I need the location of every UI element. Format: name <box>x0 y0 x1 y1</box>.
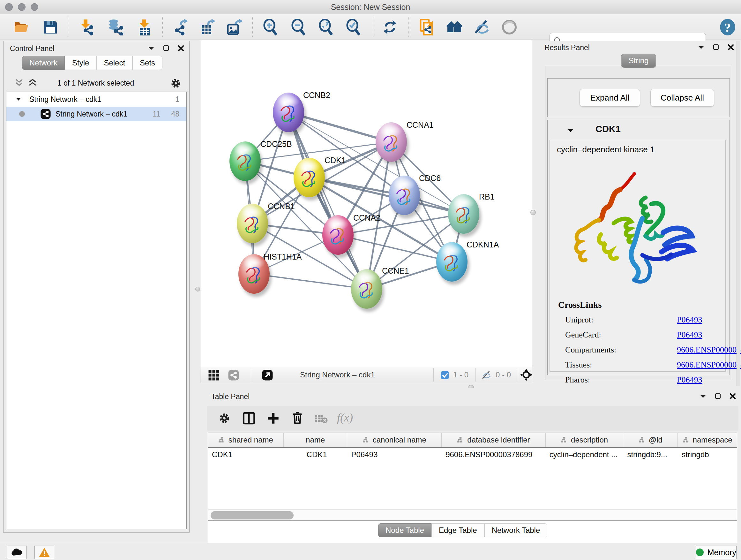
grid-view-icon[interactable] <box>208 369 219 381</box>
network-share-icon <box>40 109 51 119</box>
refresh-icon[interactable] <box>382 19 398 36</box>
hide-selected-icon[interactable] <box>474 19 490 36</box>
float-table-icon[interactable] <box>699 394 706 398</box>
results-panel: Results Panel String Expand All Collapse… <box>536 41 741 387</box>
network-node-ccnb2[interactable] <box>273 92 304 132</box>
crosslink-link[interactable]: P06493 <box>677 375 702 385</box>
select-columns-icon[interactable] <box>243 412 255 425</box>
network-node-label: CCNA2 <box>353 213 381 223</box>
network-node-cdkn1a[interactable] <box>436 242 468 282</box>
help-icon[interactable]: ? <box>719 18 735 35</box>
maximize-panel-icon[interactable] <box>163 45 170 51</box>
network-node-ccnb1[interactable] <box>237 204 268 243</box>
control-panel-tabs: NetworkStyleSelectSets <box>22 56 162 70</box>
left-splitter-handle[interactable] <box>195 287 200 292</box>
export-network-icon[interactable] <box>172 19 189 36</box>
tree-expand-icon[interactable] <box>15 97 22 102</box>
hidden-counts: 0 - 0 <box>495 370 511 379</box>
add-column-icon[interactable] <box>267 412 280 425</box>
delete-table-icon[interactable] <box>315 414 328 424</box>
show-all-networks-icon[interactable] <box>446 19 463 36</box>
control-panel-title: Control Panel <box>10 44 54 53</box>
collapse-all-button[interactable]: Collapse All <box>650 89 714 107</box>
tab-style[interactable]: Style <box>65 56 96 70</box>
network-view-share-icon[interactable] <box>228 369 239 381</box>
column-header[interactable]: canonical name <box>347 433 442 447</box>
network-collection-row[interactable]: String Network – cdk1 1 <box>6 92 186 107</box>
network-canvas[interactable]: CCNB2 CCNA1 CDC25B CDK1 CDC6 RB1 <box>200 40 532 366</box>
tab-network-table[interactable]: Network Table <box>484 523 548 537</box>
table-row[interactable]: CDK1 CDK1 P06493 9606.ENSP00000378699 cy… <box>208 448 737 462</box>
tab-select[interactable]: Select <box>96 56 132 70</box>
tab-sets[interactable]: Sets <box>132 56 162 70</box>
import-network-database-icon[interactable] <box>107 19 124 36</box>
open-in-new-icon[interactable] <box>262 369 273 381</box>
network-node-label: RB1 <box>479 192 495 201</box>
network-edge[interactable] <box>254 274 367 289</box>
export-image-icon[interactable] <box>226 19 243 36</box>
zoom-in-icon[interactable] <box>262 19 279 36</box>
column-header[interactable]: database identifier <box>442 433 546 447</box>
function-builder-icon[interactable]: f(x) <box>337 411 353 424</box>
gear-icon[interactable] <box>170 78 182 89</box>
network-row-selected[interactable]: String Network – cdk1 11 48 <box>6 107 186 121</box>
delete-column-icon[interactable] <box>291 411 304 425</box>
close-panel-icon[interactable] <box>178 45 184 51</box>
network-node-rb1[interactable] <box>448 194 479 234</box>
network-tree: String Network – cdk1 1 String Network –… <box>6 91 187 529</box>
network-node-ccna1[interactable] <box>376 122 407 162</box>
results-scrollbar[interactable] <box>737 41 740 386</box>
hidden-eye-icon[interactable] <box>481 370 491 380</box>
export-table-icon[interactable] <box>199 19 216 36</box>
maximize-table-icon[interactable] <box>715 393 721 399</box>
tab-node-table[interactable]: Node Table <box>378 523 431 537</box>
tab-edge-table[interactable]: Edge Table <box>431 523 484 537</box>
expand-all-button[interactable]: Expand All <box>580 89 640 107</box>
zoom-fit-icon[interactable] <box>318 19 334 36</box>
network-node-cdk1[interactable] <box>293 158 325 197</box>
show-selected-icon[interactable] <box>501 19 518 36</box>
column-header[interactable]: name <box>284 433 347 447</box>
network-node-ccna2[interactable] <box>322 215 354 255</box>
open-file-icon[interactable] <box>13 19 30 36</box>
float-panel-icon[interactable] <box>148 46 155 51</box>
crosslink-link[interactable]: P06493 <box>677 315 702 325</box>
cloud-button[interactable] <box>7 546 27 559</box>
warning-icon <box>39 547 50 557</box>
save-session-icon[interactable] <box>42 19 59 36</box>
table-hscroll-thumb[interactable] <box>211 511 293 519</box>
right-splitter-handle[interactable] <box>530 210 536 215</box>
maximize-results-icon[interactable] <box>713 44 719 51</box>
column-header[interactable]: description <box>546 433 623 447</box>
network-node-ccne1[interactable] <box>351 269 382 309</box>
network-node-cdc6[interactable] <box>389 176 420 215</box>
duplicate-network-icon[interactable] <box>419 19 435 36</box>
table-gear-icon[interactable] <box>218 412 230 424</box>
crosslink-link[interactable]: 9606.ENSP00000378699 <box>677 360 741 370</box>
network-collection-label: String Network – cdk1 <box>29 95 101 104</box>
column-header[interactable]: @id <box>623 433 678 447</box>
float-results-icon[interactable] <box>697 45 704 50</box>
birdseye-crosshair-icon[interactable] <box>520 368 533 381</box>
network-node-cdc25b[interactable] <box>229 141 261 181</box>
import-network-icon[interactable] <box>78 19 95 36</box>
zoom-selected-icon[interactable] <box>345 19 362 36</box>
table-hscrollbar[interactable] <box>208 509 737 521</box>
close-results-icon[interactable] <box>728 44 734 51</box>
crosslink-link[interactable]: P06493 <box>677 330 702 340</box>
warning-button[interactable] <box>35 546 54 559</box>
memory-button[interactable]: Memory <box>696 546 737 559</box>
import-table-icon[interactable] <box>136 19 152 36</box>
crosslink-link[interactable]: 9606.ENSP00000378699 <box>677 345 741 355</box>
tab-string[interactable]: String <box>621 54 656 68</box>
network-edge[interactable] <box>288 112 367 289</box>
table-header-row: shared name name canonical name database… <box>208 433 737 448</box>
zoom-out-icon[interactable] <box>290 19 307 36</box>
close-table-icon[interactable] <box>730 393 736 399</box>
string-results-container: Expand All Collapse All CDK1 cyclin–depe… <box>545 66 732 380</box>
selected-checkbox-icon[interactable] <box>441 371 449 380</box>
column-header[interactable]: namespace <box>678 433 737 447</box>
entry-collapse-icon[interactable] <box>567 128 575 133</box>
tab-network[interactable]: Network <box>22 56 65 70</box>
column-header[interactable]: shared name <box>208 433 284 447</box>
